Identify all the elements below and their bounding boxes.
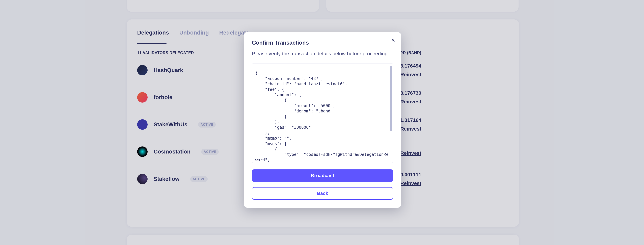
- close-icon: [391, 38, 395, 42]
- scrollbar-thumb[interactable]: [390, 66, 392, 131]
- close-button[interactable]: [390, 37, 396, 43]
- modal-actions: Broadcast Back: [252, 169, 393, 200]
- modal-title: Confirm Transactions: [252, 39, 393, 46]
- transaction-json[interactable]: { "account_number": "437", "chain_id": "…: [252, 63, 393, 163]
- broadcast-button[interactable]: Broadcast: [252, 169, 393, 182]
- back-button[interactable]: Back: [252, 187, 393, 200]
- confirm-transactions-modal: Confirm Transactions Please verify the t…: [244, 32, 401, 208]
- modal-description: Please verify the transaction details be…: [252, 50, 393, 57]
- transaction-json-text: { "account_number": "437", "chain_id": "…: [255, 70, 390, 163]
